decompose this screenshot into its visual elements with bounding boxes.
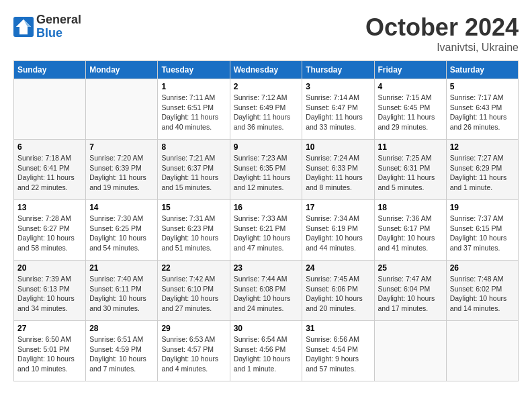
calendar-cell (374, 321, 446, 381)
day-info: Sunrise: 7:20 AMSunset: 6:39 PMDaylight:… (89, 153, 154, 193)
day-info: Sunrise: 7:40 AMSunset: 6:11 PMDaylight:… (89, 274, 154, 314)
logo-text: General Blue (36, 13, 81, 40)
calendar-cell: 2Sunrise: 7:12 AMSunset: 6:49 PMDaylight… (230, 79, 302, 140)
day-number: 8 (161, 142, 226, 152)
day-info: Sunrise: 7:28 AMSunset: 6:27 PMDaylight:… (17, 214, 82, 253)
day-number: 21 (89, 263, 154, 273)
day-number: 17 (306, 203, 370, 212)
day-info: Sunrise: 7:30 AMSunset: 6:25 PMDaylight:… (89, 214, 154, 253)
calendar-cell: 23Sunrise: 7:44 AMSunset: 6:08 PMDayligh… (230, 261, 302, 321)
header-thursday: Thursday (302, 61, 374, 79)
logo: General Blue (13, 13, 81, 40)
calendar-cell: 11Sunrise: 7:25 AMSunset: 6:31 PMDayligh… (374, 140, 446, 200)
day-number: 11 (378, 142, 443, 152)
calendar-cell (86, 79, 158, 140)
header-wednesday: Wednesday (230, 61, 302, 79)
day-number: 12 (450, 142, 515, 152)
day-info: Sunrise: 7:18 AMSunset: 6:41 PMDaylight:… (17, 153, 82, 193)
day-info: Sunrise: 6:54 AMSunset: 4:56 PMDaylight:… (234, 334, 299, 374)
calendar-cell: 18Sunrise: 7:36 AMSunset: 6:17 PMDayligh… (374, 200, 446, 261)
calendar-cell: 21Sunrise: 7:40 AMSunset: 6:11 PMDayligh… (86, 261, 158, 321)
day-info: Sunrise: 6:50 AMSunset: 5:01 PMDaylight:… (17, 334, 82, 374)
calendar-cell: 28Sunrise: 6:51 AMSunset: 4:59 PMDayligh… (86, 321, 158, 381)
day-number: 10 (306, 142, 370, 152)
calendar-cell (446, 321, 518, 381)
day-number: 27 (17, 324, 82, 333)
day-number: 7 (89, 142, 154, 152)
calendar-cell: 16Sunrise: 7:33 AMSunset: 6:21 PMDayligh… (230, 200, 302, 261)
day-info: Sunrise: 7:36 AMSunset: 6:17 PMDaylight:… (378, 214, 443, 253)
calendar-cell: 4Sunrise: 7:15 AMSunset: 6:45 PMDaylight… (374, 79, 446, 140)
day-number: 26 (450, 263, 515, 273)
day-info: Sunrise: 7:15 AMSunset: 6:45 PMDaylight:… (378, 93, 443, 132)
day-info: Sunrise: 7:47 AMSunset: 6:04 PMDaylight:… (378, 274, 443, 314)
calendar-cell: 26Sunrise: 7:48 AMSunset: 6:02 PMDayligh… (446, 261, 518, 321)
day-info: Sunrise: 7:45 AMSunset: 6:06 PMDaylight:… (306, 274, 370, 314)
calendar-cell: 22Sunrise: 7:42 AMSunset: 6:10 PMDayligh… (158, 261, 230, 321)
day-number: 18 (378, 203, 443, 212)
day-number: 28 (89, 324, 154, 333)
day-info: Sunrise: 7:17 AMSunset: 6:43 PMDaylight:… (450, 93, 515, 132)
calendar-cell: 13Sunrise: 7:28 AMSunset: 6:27 PMDayligh… (14, 200, 86, 261)
header-friday: Friday (374, 61, 446, 79)
calendar-cell: 27Sunrise: 6:50 AMSunset: 5:01 PMDayligh… (14, 321, 86, 381)
day-info: Sunrise: 7:42 AMSunset: 6:10 PMDaylight:… (161, 274, 226, 314)
day-number: 19 (450, 203, 515, 212)
logo-blue: Blue (36, 27, 81, 40)
day-number: 9 (234, 142, 299, 152)
calendar-cell: 24Sunrise: 7:45 AMSunset: 6:06 PMDayligh… (302, 261, 374, 321)
day-number: 23 (234, 263, 299, 273)
week-row-5: 27Sunrise: 6:50 AMSunset: 5:01 PMDayligh… (14, 321, 519, 381)
calendar-cell: 7Sunrise: 7:20 AMSunset: 6:39 PMDaylight… (86, 140, 158, 200)
day-number: 16 (234, 203, 299, 212)
day-info: Sunrise: 7:34 AMSunset: 6:19 PMDaylight:… (306, 214, 370, 253)
month-title: October 2024 (365, 13, 519, 42)
calendar-cell: 20Sunrise: 7:39 AMSunset: 6:13 PMDayligh… (14, 261, 86, 321)
day-info: Sunrise: 7:21 AMSunset: 6:37 PMDaylight:… (161, 153, 226, 193)
calendar-cell: 12Sunrise: 7:27 AMSunset: 6:29 PMDayligh… (446, 140, 518, 200)
day-number: 31 (306, 324, 370, 333)
day-number: 22 (161, 263, 226, 273)
header-monday: Monday (86, 61, 158, 79)
day-number: 4 (378, 82, 443, 91)
day-info: Sunrise: 6:51 AMSunset: 4:59 PMDaylight:… (89, 334, 154, 374)
day-info: Sunrise: 7:25 AMSunset: 6:31 PMDaylight:… (378, 153, 443, 193)
day-number: 30 (234, 324, 299, 333)
calendar-cell: 25Sunrise: 7:47 AMSunset: 6:04 PMDayligh… (374, 261, 446, 321)
day-info: Sunrise: 7:39 AMSunset: 6:13 PMDaylight:… (17, 274, 82, 314)
day-info: Sunrise: 7:33 AMSunset: 6:21 PMDaylight:… (234, 214, 299, 253)
calendar-cell: 31Sunrise: 6:56 AMSunset: 4:54 PMDayligh… (302, 321, 374, 381)
title-section: October 2024 Ivanivtsi, Ukraine (365, 13, 519, 54)
day-number: 1 (161, 82, 226, 91)
calendar-cell: 17Sunrise: 7:34 AMSunset: 6:19 PMDayligh… (302, 200, 374, 261)
calendar-header-row: SundayMondayTuesdayWednesdayThursdayFrid… (14, 61, 519, 79)
day-info: Sunrise: 7:12 AMSunset: 6:49 PMDaylight:… (234, 93, 299, 132)
day-number: 3 (306, 82, 370, 91)
calendar-cell: 19Sunrise: 7:37 AMSunset: 6:15 PMDayligh… (446, 200, 518, 261)
day-info: Sunrise: 6:53 AMSunset: 4:57 PMDaylight:… (161, 334, 226, 374)
calendar-cell: 8Sunrise: 7:21 AMSunset: 6:37 PMDaylight… (158, 140, 230, 200)
day-info: Sunrise: 7:44 AMSunset: 6:08 PMDaylight:… (234, 274, 299, 314)
day-number: 15 (161, 203, 226, 212)
day-number: 20 (17, 263, 82, 273)
location: Ivanivtsi, Ukraine (365, 42, 519, 54)
week-row-4: 20Sunrise: 7:39 AMSunset: 6:13 PMDayligh… (14, 261, 519, 321)
day-info: Sunrise: 7:48 AMSunset: 6:02 PMDaylight:… (450, 274, 515, 314)
day-info: Sunrise: 7:14 AMSunset: 6:47 PMDaylight:… (306, 93, 370, 132)
calendar-cell: 9Sunrise: 7:23 AMSunset: 6:35 PMDaylight… (230, 140, 302, 200)
day-number: 24 (306, 263, 370, 273)
week-row-1: 1Sunrise: 7:11 AMSunset: 6:51 PMDaylight… (14, 79, 519, 140)
calendar-cell (14, 79, 86, 140)
week-row-2: 6Sunrise: 7:18 AMSunset: 6:41 PMDaylight… (14, 140, 519, 200)
day-number: 25 (378, 263, 443, 273)
week-row-3: 13Sunrise: 7:28 AMSunset: 6:27 PMDayligh… (14, 200, 519, 261)
calendar-cell: 5Sunrise: 7:17 AMSunset: 6:43 PMDaylight… (446, 79, 518, 140)
calendar-cell: 3Sunrise: 7:14 AMSunset: 6:47 PMDaylight… (302, 79, 374, 140)
header-tuesday: Tuesday (158, 61, 230, 79)
calendar-cell: 10Sunrise: 7:24 AMSunset: 6:33 PMDayligh… (302, 140, 374, 200)
page-header: General Blue October 2024 Ivanivtsi, Ukr… (13, 13, 519, 54)
day-info: Sunrise: 7:27 AMSunset: 6:29 PMDaylight:… (450, 153, 515, 193)
day-info: Sunrise: 7:11 AMSunset: 6:51 PMDaylight:… (161, 93, 226, 132)
logo-icon (13, 17, 34, 37)
calendar-table: SundayMondayTuesdayWednesdayThursdayFrid… (13, 60, 519, 381)
